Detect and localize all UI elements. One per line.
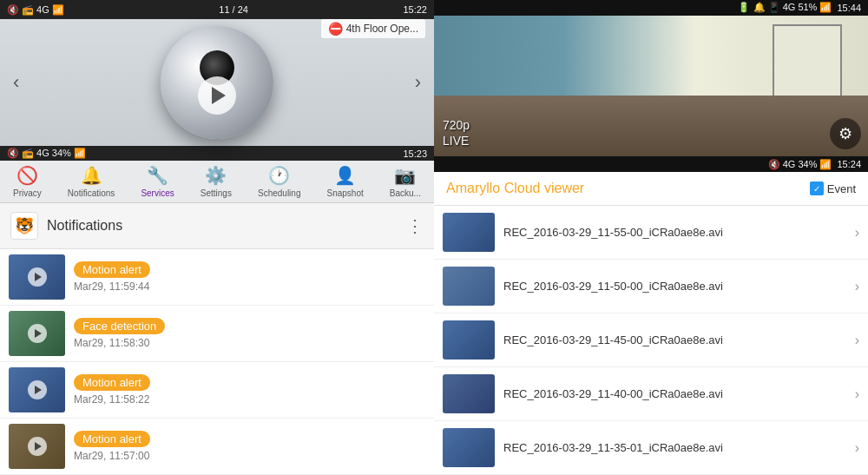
thumb-play-triangle-2 <box>35 329 42 338</box>
rec-thumb-1 <box>443 213 495 252</box>
notifications-panel: 🐯 Notifications ⋮ Motion alert Mar29, 11… <box>0 203 434 475</box>
nav-item-settings[interactable]: ⚙️ Settings <box>195 162 237 201</box>
rec-item-1[interactable]: REC_2016-03-29_11-55-00_iCRa0ae8e.avi › <box>434 206 868 260</box>
notif-title: Notifications <box>47 218 122 234</box>
notif-content-2: Face detection Mar29, 11:58:30 <box>74 318 425 349</box>
snapshot-icon: 👤 <box>334 165 356 186</box>
rec-arrow-4: › <box>855 386 859 402</box>
services-label: Services <box>141 188 174 198</box>
time-right2: 15:24 <box>837 159 861 169</box>
notif-badge-2: Face detection <box>74 318 165 334</box>
notif-thumb-2 <box>9 311 65 356</box>
event-badge: ✓ Event <box>810 181 856 195</box>
notifications-header: 🐯 Notifications ⋮ <box>0 203 434 249</box>
notif-item-2[interactable]: Face detection Mar29, 11:58:30 <box>0 306 434 362</box>
notif-time-4: Mar29, 11:57:00 <box>74 450 425 462</box>
nav-item-services[interactable]: 🔧 Services <box>135 162 179 201</box>
event-checkbox[interactable]: ✓ <box>810 181 824 195</box>
counter-display: 11 / 24 <box>219 4 248 15</box>
status-bar-left2: 🔇 📻 4G 34% 📶 15:23 <box>0 146 434 161</box>
live-settings-button[interactable]: ⚙ <box>830 118 861 149</box>
status-left2-icons: 🔇 📻 4G 34% 📶 <box>7 148 86 159</box>
thumb-play-icon-2 <box>28 324 47 343</box>
right-panel: 🔋 🔔 📱 4G 51% 📶 15:44 720p LIVE ⚙ 🔇 4G 34… <box>434 0 868 475</box>
notif-content-3: Motion alert Mar29, 11:58:22 <box>74 374 425 406</box>
notif-badge-3: Motion alert <box>74 374 150 391</box>
thumb-play-icon-1 <box>28 267 47 287</box>
notif-header-left: 🐯 Notifications <box>10 212 122 240</box>
cloud-viewer-header: Amaryllo Cloud viewer ✓ Event <box>434 172 868 206</box>
privacy-label: Privacy <box>13 188 42 198</box>
time-left2: 15:23 <box>403 148 427 159</box>
rec-arrow-3: › <box>855 333 859 348</box>
nav-icons-bar: 🚫 Privacy 🔔 Notifications 🔧 Services ⚙️ … <box>0 161 434 203</box>
nav-item-snapshot[interactable]: 👤 Snapshot <box>322 162 369 201</box>
backup-icon: 📷 <box>394 165 416 186</box>
notifications-label: Notifications <box>68 188 115 198</box>
notif-time-2: Mar29, 11:58:30 <box>74 337 425 349</box>
rec-filename-4: REC_2016-03-29_11-40-00_iCRa0ae8e.avi <box>503 387 846 400</box>
privacy-icon: 🚫 <box>16 165 38 186</box>
more-options-button[interactable]: ⋮ <box>406 215 424 236</box>
time-right: 15:44 <box>837 3 861 13</box>
nav-item-privacy[interactable]: 🚫 Privacy <box>8 162 47 201</box>
rec-filename-1: REC_2016-03-29_11-55-00_iCRa0ae8e.avi <box>503 226 846 239</box>
rec-arrow-1: › <box>855 225 859 241</box>
notif-thumb-1 <box>9 254 65 300</box>
status-right-icons: 🔋 🔔 📱 4G 51% 📶 <box>738 2 832 13</box>
cloud-viewer-title: Amaryllo Cloud viewer <box>446 181 584 196</box>
notif-item-4[interactable]: Motion alert Mar29, 11:57:00 <box>0 419 434 475</box>
status-left-icons: 🔇 📻 4G 📶 <box>7 4 64 16</box>
time-left: 15:22 <box>403 4 427 15</box>
live-status: LIVE <box>443 134 470 148</box>
notif-content-4: Motion alert Mar29, 11:57:00 <box>74 431 425 462</box>
nav-item-scheduling[interactable]: 🕐 Scheduling <box>253 162 306 201</box>
live-badge: 720p LIVE <box>443 118 470 148</box>
notif-content-1: Motion alert Mar29, 11:59:44 <box>74 261 425 293</box>
room-furniture <box>434 96 868 156</box>
rec-thumb-3 <box>443 320 495 360</box>
rec-item-3[interactable]: REC_2016-03-29_11-45-00_iCRa0ae8e.avi › <box>434 313 868 367</box>
nav-item-backup[interactable]: 📷 Backu... <box>385 162 426 201</box>
settings-icon: ⚙️ <box>205 165 227 186</box>
thumb-play-triangle-4 <box>35 442 42 451</box>
settings-label: Settings <box>201 188 232 198</box>
services-icon: 🔧 <box>147 165 168 186</box>
notif-badge-4: Motion alert <box>74 431 150 447</box>
rec-thumb-2 <box>443 267 495 306</box>
live-room-background <box>434 16 868 156</box>
camera-orb <box>161 26 273 139</box>
status-bar-top-right: 🔋 🔔 📱 4G 51% 📶 15:44 <box>434 0 868 16</box>
rec-item-2[interactable]: REC_2016-03-29_11-50-00_iCRa0ae8e.avi › <box>434 260 868 313</box>
notifications-list: Motion alert Mar29, 11:59:44 Face detect… <box>0 249 434 475</box>
nav-left-arrow[interactable]: ‹ <box>4 63 28 102</box>
live-resolution: 720p <box>443 118 470 132</box>
camera-section: 🔇 📻 4G 📶 11 / 24 15:22 ⛔ 4th Floor Ope..… <box>0 0 434 146</box>
rec-arrow-2: › <box>855 279 859 294</box>
recording-list: REC_2016-03-29_11-55-00_iCRa0ae8e.avi › … <box>434 206 868 475</box>
snapshot-label: Snapshot <box>327 188 364 198</box>
play-triangle-icon <box>212 87 226 104</box>
rec-filename-2: REC_2016-03-29_11-50-00_iCRa0ae8e.avi <box>503 280 846 293</box>
play-button[interactable] <box>198 76 236 115</box>
rec-item-4[interactable]: REC_2016-03-29_11-40-00_iCRa0ae8e.avi › <box>434 367 868 421</box>
backup-label: Backu... <box>390 188 421 198</box>
nav-item-notifications[interactable]: 🔔 Notifications <box>62 162 120 201</box>
notif-item-1[interactable]: Motion alert Mar29, 11:59:44 <box>0 249 434 306</box>
notif-logo: 🐯 <box>10 212 38 240</box>
notif-thumb-3 <box>9 367 65 412</box>
cloud-viewer: Amaryllo Cloud viewer ✓ Event REC_2016-0… <box>434 172 868 475</box>
left-panel: 🔇 📻 4G 📶 11 / 24 15:22 ⛔ 4th Floor Ope..… <box>0 0 434 475</box>
rec-filename-5: REC_2016-03-29_11-35-01_iCRa0ae8e.avi <box>503 441 846 454</box>
rec-arrow-5: › <box>855 440 859 456</box>
rec-item-5[interactable]: REC_2016-03-29_11-35-01_iCRa0ae8e.avi › <box>434 421 868 475</box>
nav-right-arrow[interactable]: › <box>406 63 430 102</box>
notif-item-3[interactable]: Motion alert Mar29, 11:58:22 <box>0 362 434 419</box>
status-right2-icons: 🔇 4G 34% 📶 <box>768 159 832 170</box>
notif-thumb-4 <box>9 424 65 469</box>
scheduling-icon: 🕐 <box>268 165 290 186</box>
notif-badge-1: Motion alert <box>74 261 150 278</box>
event-label: Event <box>827 182 856 195</box>
rec-thumb-4 <box>443 374 495 413</box>
notifications-icon: 🔔 <box>81 165 102 186</box>
